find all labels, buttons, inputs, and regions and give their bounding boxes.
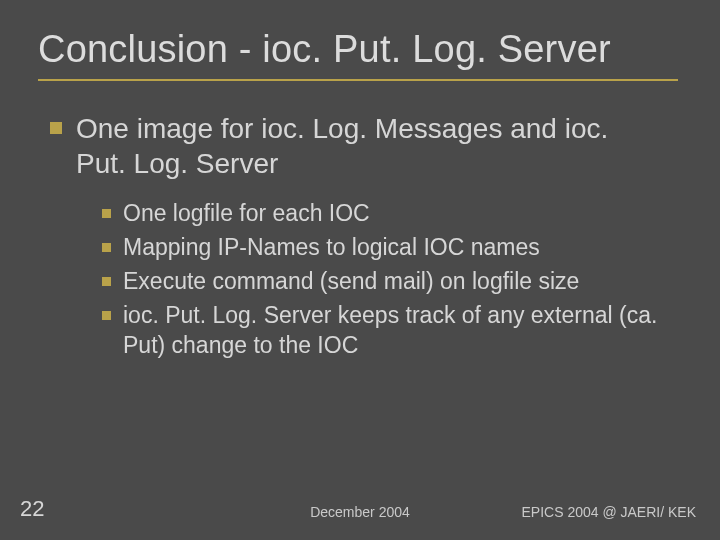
footer: 22 December 2004 EPICS 2004 @ JAERI/ KEK: [0, 498, 720, 522]
list-item-text: Execute command (send mail) on logfile s…: [123, 267, 579, 297]
footer-venue: EPICS 2004 @ JAERI/ KEK: [521, 504, 696, 520]
sublist: One logfile for each IOC Mapping IP-Name…: [102, 199, 682, 360]
list-item: One logfile for each IOC: [102, 199, 682, 229]
list-item-text: One image for ioc. Log. Messages and ioc…: [76, 111, 656, 181]
square-bullet-icon: [102, 209, 111, 218]
list-item: ioc. Put. Log. Server keeps track of any…: [102, 301, 682, 361]
list-item: Execute command (send mail) on logfile s…: [102, 267, 682, 297]
square-bullet-icon: [102, 311, 111, 320]
list-item-text: One logfile for each IOC: [123, 199, 370, 229]
square-bullet-icon: [50, 122, 62, 134]
slide: Conclusion - ioc. Put. Log. Server One i…: [0, 0, 720, 540]
list-item: One image for ioc. Log. Messages and ioc…: [50, 111, 682, 181]
slide-title: Conclusion - ioc. Put. Log. Server: [38, 28, 682, 71]
list-item: Mapping IP-Names to logical IOC names: [102, 233, 682, 263]
title-rule: [38, 79, 678, 81]
footer-date: December 2004: [310, 504, 410, 520]
square-bullet-icon: [102, 243, 111, 252]
list-item-text: ioc. Put. Log. Server keeps track of any…: [123, 301, 663, 361]
square-bullet-icon: [102, 277, 111, 286]
page-number: 22: [20, 496, 44, 522]
list-item-text: Mapping IP-Names to logical IOC names: [123, 233, 540, 263]
